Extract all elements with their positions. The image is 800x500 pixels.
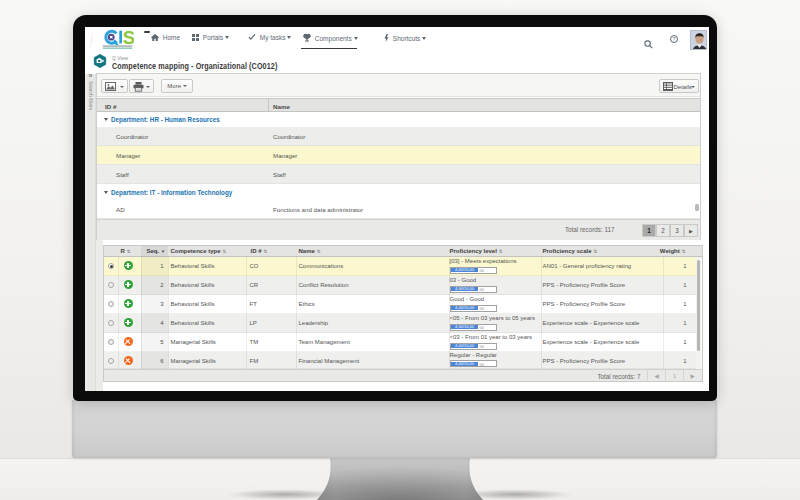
svg-text:S: S <box>123 28 134 48</box>
